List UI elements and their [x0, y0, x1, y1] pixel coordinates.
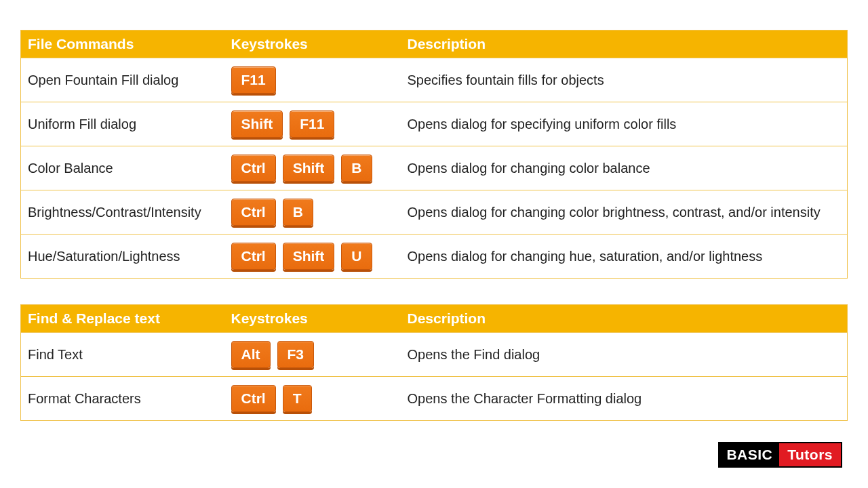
command-cell: Format Characters	[21, 377, 224, 421]
table-header-cell: Description	[401, 30, 848, 58]
keystrokes-cell: AltF3	[224, 333, 401, 377]
keycap: Alt	[231, 341, 271, 368]
table-row: Uniform Fill dialogShiftF11Opens dialog …	[21, 102, 848, 146]
table-header-row: File CommandsKeystrokesDescription	[21, 30, 848, 58]
brand-logo: BASIC Tutors	[718, 442, 842, 468]
logo-part-b: Tutors	[779, 443, 841, 466]
keycap: Ctrl	[231, 243, 276, 270]
keycap: F11	[290, 110, 334, 138]
keystrokes-cell: CtrlShiftU	[224, 235, 401, 279]
keystrokes-cell: CtrlB	[224, 190, 401, 235]
logo-part-a: BASIC	[719, 443, 779, 466]
keystrokes-cell: F11	[224, 58, 401, 102]
table-header-cell: Keystrokes	[224, 30, 401, 58]
command-cell: Color Balance	[21, 146, 224, 190]
keycap: B	[283, 199, 313, 226]
keycap: F3	[277, 341, 315, 368]
table-header-cell: File Commands	[21, 30, 224, 58]
shortcut-table: Find & Replace textKeystrokesDescription…	[20, 304, 848, 421]
command-cell: Uniform Fill dialog	[21, 102, 224, 146]
description-cell: Opens the Character Formatting dialog	[401, 377, 848, 421]
table-row: Color BalanceCtrlShiftBOpens dialog for …	[21, 146, 848, 190]
description-cell: Specifies fountain fills for objects	[401, 58, 848, 102]
key-group: CtrlShiftU	[231, 243, 394, 270]
keystrokes-cell: ShiftF11	[224, 102, 401, 146]
keycap: T	[283, 385, 312, 412]
description-cell: Opens dialog for specifying uniform colo…	[401, 102, 848, 146]
table-row: Brightness/Contrast/IntensityCtrlBOpens …	[21, 190, 848, 235]
table-header-cell: Description	[401, 305, 848, 333]
keycap: Ctrl	[231, 385, 276, 412]
table-row: Find TextAltF3Opens the Find dialog	[21, 333, 848, 377]
key-group: AltF3	[231, 341, 394, 368]
keycap: Ctrl	[231, 155, 276, 182]
table-row: Open Fountain Fill dialogF11Specifies fo…	[21, 58, 848, 102]
keycap: Shift	[231, 110, 283, 138]
keycap: F11	[231, 66, 276, 94]
key-group: F11	[231, 66, 394, 94]
table-row: Format CharactersCtrlTOpens the Characte…	[21, 377, 848, 421]
command-cell: Find Text	[21, 333, 224, 377]
table-row: Hue/Saturation/LightnessCtrlShiftUOpens …	[21, 235, 848, 279]
key-group: ShiftF11	[231, 110, 394, 138]
table-header-row: Find & Replace textKeystrokesDescription	[21, 305, 848, 333]
description-cell: Opens dialog for changing hue, saturatio…	[401, 235, 848, 279]
keycap: Ctrl	[231, 199, 276, 226]
keycap: U	[341, 243, 372, 270]
keystrokes-cell: CtrlT	[224, 377, 401, 421]
command-cell: Hue/Saturation/Lightness	[21, 235, 224, 279]
table-header-cell: Find & Replace text	[21, 305, 224, 333]
key-group: CtrlT	[231, 385, 394, 412]
description-cell: Opens dialog for changing color balance	[401, 146, 848, 190]
key-group: CtrlB	[231, 199, 394, 226]
tables-container: File CommandsKeystrokesDescriptionOpen F…	[20, 30, 848, 421]
keycap: Shift	[283, 155, 335, 182]
keycap: Shift	[283, 243, 335, 270]
keystrokes-cell: CtrlShiftB	[224, 146, 401, 190]
description-cell: Opens the Find dialog	[401, 333, 848, 377]
key-group: CtrlShiftB	[231, 155, 394, 182]
description-cell: Opens dialog for changing color brightne…	[401, 190, 848, 235]
table-header-cell: Keystrokes	[224, 305, 401, 333]
command-cell: Open Fountain Fill dialog	[21, 58, 224, 102]
command-cell: Brightness/Contrast/Intensity	[21, 190, 224, 235]
keycap: B	[341, 155, 372, 182]
shortcut-table: File CommandsKeystrokesDescriptionOpen F…	[20, 30, 848, 279]
